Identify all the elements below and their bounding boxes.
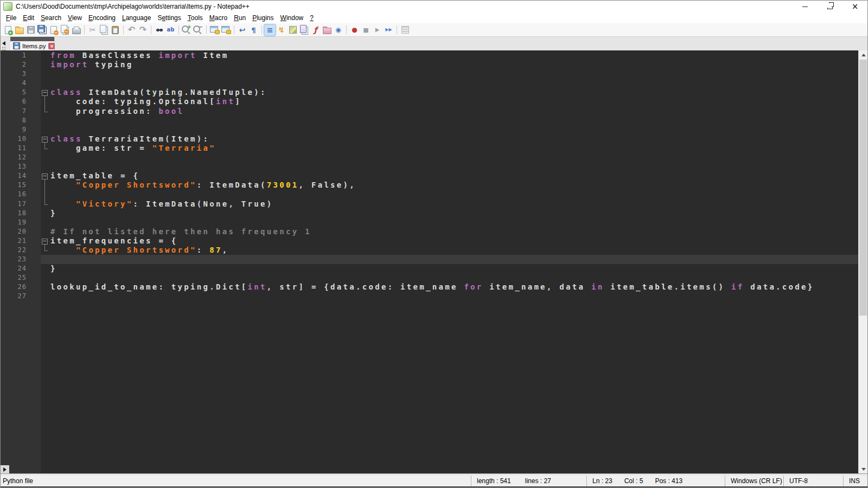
code-line-12[interactable]: 12 <box>1 153 858 162</box>
scroll-up-button[interactable] <box>859 50 867 59</box>
menu-item-help[interactable]: ? <box>307 13 317 23</box>
close-button[interactable]: × <box>843 1 867 12</box>
close-all-button[interactable]: − <box>59 24 71 36</box>
undo-icon: ↶ <box>128 25 135 34</box>
show-all-characters-button[interactable]: ¶ <box>248 24 259 36</box>
save-file-button[interactable] <box>25 24 36 36</box>
scrollbar-thumb[interactable] <box>859 60 867 316</box>
code-line-17[interactable]: 17 "Victory": ItemData(None, True) <box>1 200 858 209</box>
status-lines: lines : 27 <box>525 477 551 485</box>
code-line-11[interactable]: 11 game: str = "Terraria" <box>1 144 858 153</box>
fold-margin <box>41 125 49 134</box>
menu-item-plugins[interactable]: Plugins <box>249 13 277 23</box>
undo-button[interactable]: ↶ <box>126 24 137 36</box>
code-line-4[interactable]: 4 <box>1 79 858 88</box>
dock-arrow-bottom[interactable] <box>1 465 9 473</box>
open-file-button[interactable] <box>14 24 25 36</box>
code-line-16[interactable]: 16 <box>1 190 858 199</box>
code-line-9[interactable]: 9 <box>1 125 858 134</box>
scroll-down-button[interactable] <box>859 465 867 473</box>
menu-item-settings[interactable]: Settings <box>154 13 184 23</box>
code-line-21[interactable]: 21item_frequencies = { <box>1 236 858 246</box>
find-button[interactable] <box>154 24 165 36</box>
macro-play-button[interactable]: ▶ <box>372 24 383 36</box>
code-line-22[interactable]: 22 "Copper Shortsword": 87, <box>1 246 858 255</box>
code-line-23[interactable]: 23 <box>1 255 858 264</box>
menu-item-macro[interactable]: Macro <box>206 13 231 23</box>
menu-item-file[interactable]: File <box>3 13 20 23</box>
tab-items-py[interactable]: Items.py × <box>10 37 55 51</box>
code-line-5[interactable]: 5class ItemData(typing.NamedTuple): <box>1 88 858 97</box>
folder-as-workspace-button[interactable] <box>321 24 333 36</box>
menu-item-search[interactable]: Search <box>37 13 65 23</box>
redo-button[interactable]: ↷ <box>137 24 149 36</box>
code-line-24[interactable]: 24} <box>1 264 858 273</box>
text-editor[interactable]: 1from BaseClasses import Item2import typ… <box>1 50 867 473</box>
vertical-scrollbar[interactable] <box>858 50 867 473</box>
close-tab-icon[interactable]: × <box>48 43 55 49</box>
cut-button[interactable]: ✂ <box>87 24 98 36</box>
menu-item-language[interactable]: Language <box>119 13 154 23</box>
monitoring-button[interactable]: ◉ <box>333 24 344 36</box>
macro-stop-button[interactable]: ■ <box>360 24 372 36</box>
macro-record-button[interactable]: ● <box>349 24 360 36</box>
code-line-1[interactable]: 1from BaseClasses import Item <box>1 51 858 60</box>
code-line-27[interactable]: 27 <box>1 292 858 301</box>
fold-marker[interactable] <box>41 236 49 246</box>
show-indent-guide-button[interactable]: ≡ <box>264 24 276 36</box>
code-line-6[interactable]: 6 code: typing.Optional[int] <box>1 97 858 106</box>
code-line-3[interactable]: 3 <box>1 69 858 79</box>
minimize-icon <box>802 7 808 7</box>
dock-arrow-left-icon[interactable] <box>2 41 5 46</box>
fold-marker[interactable] <box>41 171 49 181</box>
new-file-icon: + <box>5 26 11 34</box>
function-completion-button[interactable]: ↯ <box>276 24 287 36</box>
synchronize-vertical-scrolling-button[interactable] <box>209 24 220 36</box>
code-line-19[interactable]: 19 <box>1 218 858 227</box>
code-line-14[interactable]: 14item_table = { <box>1 171 858 181</box>
macro-run-multiple-button[interactable]: ▶▶ <box>383 24 394 36</box>
code-line-2[interactable]: 2import typing <box>1 60 858 69</box>
fold-collapse-icon <box>42 137 48 143</box>
menu-item-edit[interactable]: Edit <box>20 13 37 23</box>
replace-icon: ab <box>167 27 175 33</box>
code-text: code: typing.Optional[int] <box>49 97 858 106</box>
fold-marker[interactable] <box>41 88 49 97</box>
menu-item-view[interactable]: View <box>65 13 85 23</box>
code-line-20[interactable]: 20# If not listed here then has frequenc… <box>1 227 858 236</box>
code-area[interactable]: 1from BaseClasses import Item2import typ… <box>1 51 858 301</box>
close-icon: × <box>852 3 859 11</box>
code-line-18[interactable]: 18} <box>1 209 858 218</box>
menu-item-tools[interactable]: Tools <box>184 13 206 23</box>
new-file-button[interactable]: + <box>2 24 14 36</box>
copy-button[interactable] <box>98 24 110 36</box>
fold-margin <box>41 69 49 79</box>
macro-save-button[interactable] <box>399 24 411 36</box>
document-list-button[interactable] <box>298 24 310 36</box>
fold-marker[interactable] <box>41 134 49 144</box>
synchronize-horizontal-scrolling-button[interactable] <box>220 24 232 36</box>
zoom-out-button[interactable]: − <box>193 24 204 36</box>
zoom-in-button[interactable]: + <box>181 24 193 36</box>
code-line-8[interactable]: 8 <box>1 116 858 125</box>
minimize-button[interactable] <box>793 1 818 12</box>
code-line-25[interactable]: 25 <box>1 273 858 282</box>
close-file-button[interactable]: − <box>48 24 59 36</box>
status-position: Pos : 413 <box>655 477 682 485</box>
restore-button[interactable] <box>818 1 843 12</box>
save-all-button[interactable] <box>36 24 48 36</box>
code-line-13[interactable]: 13 <box>1 162 858 171</box>
code-line-10[interactable]: 10class TerrariaItem(Item): <box>1 134 858 144</box>
menu-item-run[interactable]: Run <box>231 13 249 23</box>
print-button[interactable] <box>71 24 82 36</box>
word-wrap-button[interactable]: ↩ <box>237 24 248 36</box>
replace-button[interactable]: ab <box>165 24 176 36</box>
menu-item-encoding[interactable]: Encoding <box>85 13 119 23</box>
code-line-15[interactable]: 15 "Copper Shortsword": ItemData(73001, … <box>1 181 858 190</box>
code-line-7[interactable]: 7 progression: bool <box>1 107 858 116</box>
code-line-26[interactable]: 26lookup_id_to_name: typing.Dict[int, st… <box>1 282 858 292</box>
function-list-button[interactable]: ƒ <box>310 24 321 36</box>
menu-item-window[interactable]: Window <box>277 13 307 23</box>
document-map-button[interactable] <box>287 24 298 36</box>
paste-button[interactable] <box>110 24 121 36</box>
